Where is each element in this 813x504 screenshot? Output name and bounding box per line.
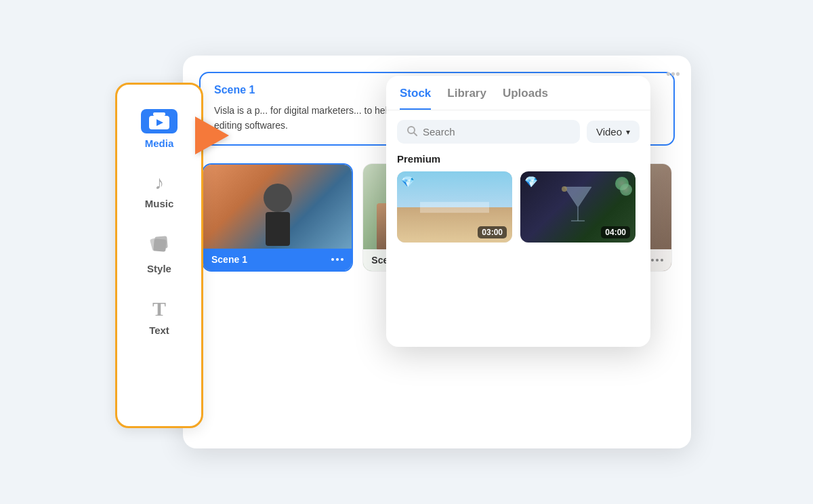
tab-uploads[interactable]: Uploads [503,87,548,110]
media-popup: Stock Library Uploads Video ▾ Premium [386,76,650,347]
duration-beach: 03:00 [478,226,507,238]
tab-library[interactable]: Library [447,87,486,110]
search-icon [406,125,417,138]
style-icon [148,232,170,259]
video-dropdown[interactable]: Video ▾ [587,121,640,143]
chevron-down-icon: ▾ [626,127,630,137]
music-icon: ♪ [154,172,164,194]
svg-rect-2 [153,112,165,116]
premium-label: Premium [386,153,650,171]
media-icon [148,112,171,131]
sidebar-media-label: Media [145,138,174,149]
tab-stock[interactable]: Stock [400,87,431,110]
svg-marker-8 [564,187,591,207]
text-icon: T [152,297,166,320]
popup-tabs: Stock Library Uploads [386,76,650,110]
scene3-dots-button[interactable] [651,259,663,261]
dropdown-label: Video [596,126,622,138]
svg-point-11 [562,186,567,192]
duration-drink: 04:00 [601,226,630,238]
gem-badge-beach: 💎 [401,175,415,188]
svg-rect-5 [153,238,167,252]
sidebar-music-label: Music [145,198,174,209]
popup-search-row: Video ▾ [386,110,650,153]
sidebar-item-text[interactable]: T Text [117,289,201,344]
scene1-label: Scene 1 [211,254,247,265]
sidebar-item-music[interactable]: ♪ Music [117,164,201,217]
scene1-dots-button[interactable] [331,258,343,261]
search-box [397,120,580,144]
svg-line-7 [414,133,417,135]
gem-badge-drink: 💎 [524,175,538,188]
video-thumb-beach[interactable]: 💎 03:00 [397,171,512,243]
scene-card-1[interactable]: Scene 1 [202,163,353,272]
sidebar-item-style[interactable]: Style [117,224,201,282]
search-input[interactable] [423,126,570,138]
sidebar: Media ♪ Music Style T Text [115,83,203,428]
scene1-more-button[interactable]: ••• [666,66,680,82]
sidebar-style-label: Style [147,263,171,274]
popup-videos-row: 💎 03:00 💎 04:00 [386,171,650,243]
video-thumb-drink[interactable]: 💎 04:00 [520,171,635,243]
sidebar-text-label: Text [149,324,169,336]
sidebar-item-media[interactable]: Media [117,101,201,157]
scene1-footer: Scene 1 [203,249,352,270]
